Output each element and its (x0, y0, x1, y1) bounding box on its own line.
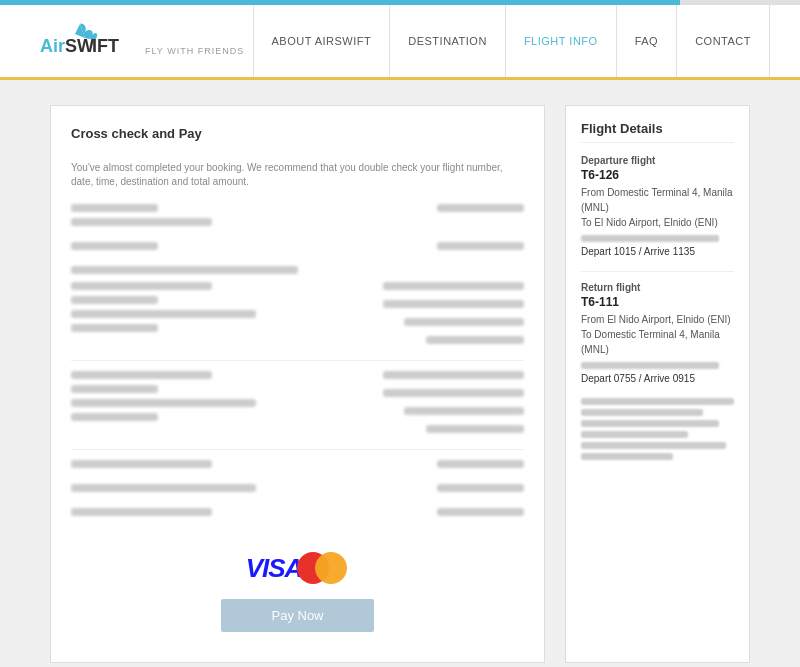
blur-field (71, 296, 158, 304)
logo-icon: Air S W IFT (30, 14, 140, 69)
blur-field (71, 371, 212, 379)
departure-from-label: From (581, 187, 604, 198)
blur-field (71, 399, 256, 407)
blur-field (71, 310, 256, 318)
divider (71, 360, 524, 361)
form-row-7 (71, 484, 524, 498)
divider-2 (71, 449, 524, 450)
return-section-title: Return flight (581, 282, 734, 293)
blur-field (581, 431, 688, 438)
form-row-2 (71, 242, 524, 256)
blur-field (71, 204, 158, 212)
left-panel: Cross check and Pay You've almost comple… (50, 105, 545, 663)
blur-field (581, 235, 719, 242)
nav-destination[interactable]: DESTINATION (389, 5, 505, 77)
blur-field (581, 420, 719, 427)
form-row-4 (71, 282, 524, 350)
blur-field (71, 266, 298, 274)
blur-field (383, 282, 524, 290)
main-nav: ABOUT AIRSWIFT DESTINATION FLIGHT INFO F… (253, 5, 770, 77)
departure-time: Depart 1015 / Arrive 1135 (581, 246, 734, 257)
blur-field (383, 371, 524, 379)
blur-field (404, 407, 524, 415)
nav-about[interactable]: ABOUT AIRSWIFT (253, 5, 390, 77)
payment-area: VISA Pay Now (71, 532, 524, 642)
blur-field (71, 242, 158, 250)
departure-route: From Domestic Terminal 4, Manila (MNL) T… (581, 185, 734, 230)
blur-field (437, 508, 524, 516)
return-flight-number: T6-111 (581, 295, 734, 309)
blur-field (71, 484, 256, 492)
blur-field (581, 409, 703, 416)
blur-field (71, 508, 212, 516)
intro-text: You've almost completed your booking. We… (71, 161, 524, 189)
blur-field (383, 389, 524, 397)
form-row-1 (71, 204, 524, 232)
pay-now-button[interactable]: Pay Now (221, 599, 373, 632)
return-flight-section: Return flight T6-111 From El Nido Airpor… (581, 282, 734, 384)
return-route: From El Nido Airport, Elnido (ENI) To Do… (581, 312, 734, 357)
right-panel: Flight Details Departure flight T6-126 F… (565, 105, 750, 663)
blur-field (581, 362, 719, 369)
blur-field (581, 442, 726, 449)
departure-section-title: Departure flight (581, 155, 734, 166)
nav-faq[interactable]: FAQ (616, 5, 677, 77)
main-content: Cross check and Pay You've almost comple… (10, 80, 790, 667)
svg-text:IFT: IFT (92, 36, 119, 56)
mastercard-icon (297, 552, 349, 584)
blur-field (404, 318, 524, 326)
payment-icons: VISA (246, 552, 350, 584)
blur-field (437, 460, 524, 468)
departure-to-value: El Nido Airport, Elnido (ENI) (594, 217, 717, 228)
nav-flight-info[interactable]: FLIGHT INFO (505, 5, 616, 77)
form-row-6 (71, 460, 524, 474)
logo-area: Air S W IFT FLY WITH FRIENDS (30, 14, 253, 69)
blur-field (71, 413, 158, 421)
return-time: Depart 0755 / Arrive 0915 (581, 373, 734, 384)
departure-from-value: Domestic Terminal 4, Manila (MNL) (581, 187, 733, 213)
mc-orange-circle (315, 552, 347, 584)
blur-field (383, 300, 524, 308)
svg-text:S: S (65, 36, 77, 56)
blur-field (437, 242, 524, 250)
blur-field (71, 460, 212, 468)
blur-field (437, 204, 524, 212)
blur-field (426, 425, 524, 433)
blur-field (581, 398, 734, 405)
return-from-value: El Nido Airport, Elnido (ENI) (607, 314, 730, 325)
blur-field (581, 453, 673, 460)
form-row-5 (71, 371, 524, 439)
header: Air S W IFT FLY WITH FRIENDS ABOUT AIRSW… (0, 5, 800, 80)
return-to-value: Domestic Terminal 4, Manila (MNL) (581, 329, 720, 355)
visa-icon: VISA (246, 553, 303, 584)
form-row-8 (71, 508, 524, 522)
departure-to-label: To (581, 217, 592, 228)
blur-field (71, 324, 158, 332)
form-row-3 (71, 266, 524, 274)
departure-flight-section: Departure flight T6-126 From Domestic Te… (581, 155, 734, 257)
blur-field (71, 218, 212, 226)
blur-field (71, 282, 212, 290)
panel-title: Cross check and Pay (71, 126, 524, 149)
extra-details (581, 398, 734, 460)
nav-contact[interactable]: CONTACT (676, 5, 770, 77)
flight-details-title: Flight Details (581, 121, 734, 143)
return-to-label: To (581, 329, 592, 340)
svg-text:Air: Air (40, 36, 65, 56)
logo-tagline: FLY WITH FRIENDS (145, 46, 244, 56)
return-from-label: From (581, 314, 604, 325)
blur-field (426, 336, 524, 344)
departure-flight-number: T6-126 (581, 168, 734, 182)
flight-divider (581, 271, 734, 272)
blur-field (437, 484, 524, 492)
blur-field (71, 385, 158, 393)
